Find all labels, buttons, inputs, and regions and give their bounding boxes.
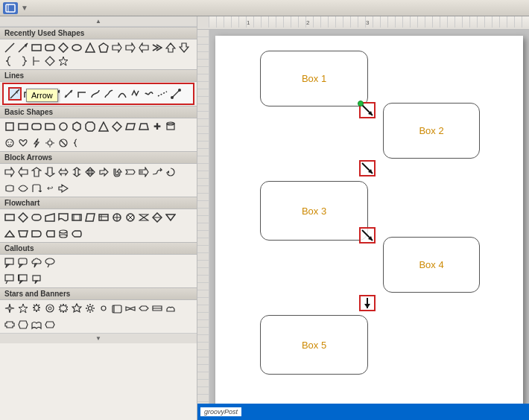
star-badge[interactable] [70,302,83,315]
shape-hexagon[interactable] [70,120,83,133]
fc-document[interactable] [57,211,70,224]
sb-extra3[interactable] [30,318,43,331]
line-squiggle[interactable] [142,87,156,101]
callout-accent[interactable] [16,273,30,286]
line-double[interactable] [62,87,75,101]
sb-extra4[interactable] [43,318,57,331]
shape-rect[interactable] [30,41,43,54]
line-curved2[interactable] [89,87,102,101]
shape-curly-brace-l[interactable] [3,54,16,68]
shape-line[interactable] [3,41,16,54]
ba-circular[interactable] [164,165,177,179]
ba-extra5[interactable] [57,182,70,195]
fc-merge[interactable] [3,227,16,241]
diagram-box-4[interactable]: Box 4 [383,237,480,293]
fc-manual-op[interactable] [16,227,30,241]
ba-left[interactable] [16,165,30,179]
shape-cylinder[interactable] [164,120,177,133]
banner-wave[interactable] [124,302,137,315]
ba-extra4[interactable]: ↩ [43,182,57,195]
shape-square-outline[interactable] [3,120,16,133]
fc-or[interactable] [110,211,124,224]
fc-stored-data[interactable] [43,227,57,241]
shape-chevron[interactable] [151,41,164,54]
ba-curved[interactable] [151,165,164,179]
ba-right[interactable] [3,165,16,179]
ba-striped[interactable] [137,165,151,179]
line-freeform[interactable] [102,87,115,101]
arrow-tool-btn[interactable] [8,87,22,101]
ba-extra3[interactable] [30,182,43,195]
diagram-box-3[interactable]: Box 3 [260,181,368,241]
shape-snip-corner[interactable] [43,120,57,133]
shape-down-arrow[interactable] [177,41,191,54]
diagram-box-2[interactable]: Box 2 [383,103,480,159]
ba-u-turn[interactable] [110,165,124,179]
diagram-box-1[interactable]: Box 1 [260,51,368,106]
gear2[interactable] [97,302,110,315]
ba-up-down[interactable] [70,165,83,179]
shape-curly-brace-r[interactable] [16,54,30,68]
shape-bracket[interactable] [30,54,43,68]
shape-rect2[interactable] [16,120,30,133]
fc-sort[interactable] [151,211,164,224]
fc-predefined[interactable] [70,211,83,224]
star4[interactable] [3,302,16,315]
callout-extra[interactable] [30,273,43,286]
fc-decision[interactable] [16,211,30,224]
line-connector[interactable] [169,87,183,101]
callout-line[interactable] [3,273,16,286]
sb-extra2[interactable] [16,318,30,331]
fc-extract[interactable] [164,211,177,224]
shape-right-arrow[interactable] [110,41,124,54]
ba-notched[interactable] [124,165,137,179]
shape-no-symbol[interactable] [57,136,70,150]
line-zigzag[interactable] [129,87,142,101]
shape-lightning[interactable] [30,136,43,150]
banner-fold[interactable] [137,302,151,315]
fc-terminator[interactable] [30,211,43,224]
ba-extra1[interactable] [3,182,16,195]
shape-left-arrow[interactable] [137,41,151,54]
ba-4way[interactable] [83,165,97,179]
diagram-box-5[interactable]: Box 5 [260,315,368,375]
shape-pentagon[interactable] [97,41,110,54]
shape-cross[interactable]: ✚ [151,120,164,133]
banner-stars[interactable] [164,302,177,315]
fc-process[interactable] [3,211,16,224]
drawing-canvas[interactable]: Box 1 Box 2 [215,36,523,414]
shape-right-arrow2[interactable] [124,41,137,54]
fc-summing[interactable] [124,211,137,224]
shape-octagon[interactable] [83,120,97,133]
shape-parallelogram[interactable] [124,120,137,133]
star8[interactable] [57,302,70,315]
shape-triangle[interactable] [83,41,97,54]
fc-delay[interactable] [30,227,43,241]
shape-star[interactable] [57,54,70,68]
line-arc[interactable] [115,87,129,101]
gear-shape[interactable] [83,302,97,315]
shape-smiley[interactable] [3,136,16,150]
shape-curly[interactable] [70,136,83,150]
shape-heart[interactable] [16,136,30,150]
shape-line-arrow[interactable] [16,41,30,54]
line-dash[interactable] [156,87,169,101]
shape-sun[interactable] [43,136,57,150]
star5[interactable] [16,302,30,315]
sb-extra1[interactable] [3,318,16,331]
callout-oval[interactable] [43,256,57,270]
line-elbow-arrow[interactable] [75,87,89,101]
banner-scroll[interactable] [110,302,124,315]
shape-up-arrow[interactable] [164,41,177,54]
shape-diamond2[interactable] [110,120,124,133]
shape-trapezoid[interactable] [137,120,151,133]
canvas-area[interactable]: 1 2 3 Box 1 [197,16,529,420]
shape-triangle2[interactable] [97,120,110,133]
shape-oval[interactable] [70,41,83,54]
callout-cloud[interactable] [30,256,43,270]
ba-bent[interactable] [97,165,110,179]
callout-rounded[interactable] [16,256,30,270]
ba-extra2[interactable] [16,182,30,195]
star7[interactable] [43,302,57,315]
shape-diamond[interactable] [57,41,70,54]
